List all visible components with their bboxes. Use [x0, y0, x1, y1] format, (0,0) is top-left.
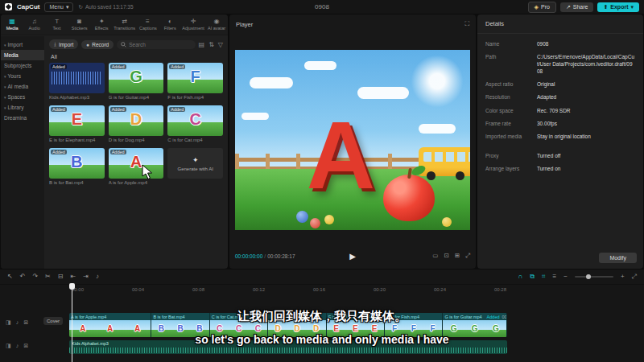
zoom-in-icon[interactable]: + [621, 274, 625, 280]
capcut-logo-icon [5, 3, 12, 10]
added-badge: Added [51, 150, 67, 154]
field-label: Imported media [485, 133, 537, 140]
player-right-icons: ▭⊡⊞⤢ [432, 252, 470, 260]
zoom-slider[interactable] [575, 276, 613, 278]
stickers-icon: ◙ [77, 19, 81, 25]
record-button[interactable]: ●Record [81, 40, 114, 49]
sidebar-item-label: Spaces [8, 94, 26, 100]
media-item[interactable]: AddedKids Alphabet.mp3 [49, 63, 105, 100]
tab-stickers[interactable]: ◙Stickers [68, 14, 91, 35]
tab-text[interactable]: TText [46, 14, 68, 35]
chevron-down-icon: ▾ [630, 4, 634, 10]
media-item-name: F is for Fish.mp4 [167, 95, 223, 100]
timeline-tracks: ◨♪⊠ ◨♪⊠ Cover A is for Apple.mp4AAAB is … [0, 295, 644, 362]
cloud-graphic [242, 113, 269, 120]
record-icon: ● [86, 42, 89, 47]
zoom-out-icon[interactable]: − [564, 274, 568, 280]
ribbon-tabs: ▦Media♫AudioTText◙Stickers✦Effects⇄Trans… [1, 14, 228, 35]
tab-media[interactable]: ▦Media [1, 14, 23, 35]
media-item[interactable]: CAddedC is for Cat.mp4 [167, 105, 223, 142]
clip-letter-glyph: D [313, 324, 319, 333]
tab-ai-avatar[interactable]: ◉AI avatar [205, 14, 228, 35]
sidebar-item-spaces[interactable]: ▾Spaces [1, 92, 44, 102]
media-body: ▾ImportMediaSubprojects▾Yours▾AI media▾S… [1, 36, 228, 269]
tab-captions[interactable]: ≡Captions [136, 14, 159, 35]
clip-letter-glyph: B [177, 324, 183, 333]
snap-icon[interactable]: ⌗ [542, 274, 546, 280]
trim-right-icon[interactable]: ⇥ [83, 274, 89, 280]
sidebar-item-subprojects[interactable]: Subprojects [1, 60, 44, 71]
sort-icon[interactable]: ⇅ [208, 41, 214, 48]
zoom-slider-knob[interactable] [586, 274, 591, 279]
import-button[interactable]: ⤓Import [49, 39, 78, 49]
redo-icon[interactable]: ↷ [32, 274, 38, 280]
clip-letter-glyph: G [493, 324, 499, 333]
ruler-mark: 00:24 [434, 287, 446, 292]
apple-graphic [383, 175, 435, 221]
pro-button[interactable]: ◈Pro [528, 2, 556, 13]
media-view-icons: ▤⇅▽ [199, 41, 223, 48]
media-item[interactable]: ✦Generate with AI [167, 148, 223, 185]
mute-clip-icon[interactable]: ♪ [96, 274, 99, 280]
tab-adjustment[interactable]: ✛Adjustment [181, 14, 205, 35]
filter-icon[interactable]: ▽ [218, 41, 223, 48]
video-preview[interactable]: A [235, 50, 470, 230]
view-mode-icon[interactable]: ▤ [199, 41, 205, 48]
share-button[interactable]: ↗Share [560, 2, 594, 12]
media-item[interactable]: GAddedG is for Guitar.mp4 [109, 63, 164, 100]
app-name: CapCut [17, 3, 39, 10]
undo-icon[interactable]: ↶ [20, 274, 26, 280]
ratio-icon[interactable]: ▭ [432, 252, 438, 260]
sidebar-item-ai-media[interactable]: ▾AI media [1, 81, 44, 92]
sidebar-item-import[interactable]: ▾Import [1, 39, 44, 50]
clip-letter-glyph: C [217, 324, 222, 333]
modify-button[interactable]: Modify [599, 253, 637, 263]
media-content: ⤓Import ●Record ▤⇅▽ All AddedKids Alphab… [44, 36, 228, 269]
generate-ai-tile: ✦Generate with AI [167, 148, 223, 179]
snapshot-icon[interactable]: ⊡ [444, 252, 448, 260]
track-height-icon[interactable]: ≡ [553, 274, 557, 280]
media-item-name: Kids Alphabet.mp3 [49, 95, 105, 100]
grid-icon[interactable]: ⊞ [455, 252, 460, 260]
magnet-icon[interactable]: ∩ [518, 274, 523, 280]
fit-timeline-icon[interactable]: ⤢ [632, 274, 637, 280]
details-panel: Details Name0908PathC:/Users/Emenove/App… [477, 14, 643, 269]
topbar-actions: ◈Pro ↗Share ⬆Export▾ [528, 2, 639, 13]
delete-icon[interactable]: ⊟ [58, 274, 64, 280]
timeline-tools-right: ∩⧉⌗≡−+⤢ [518, 274, 637, 280]
menu-button[interactable]: Menu▾ [44, 2, 73, 12]
sidebar-item-yours[interactable]: ▾Yours [1, 71, 44, 81]
tab-label: Audio [29, 26, 40, 31]
autosave-status: ↻Auto saved 13:17:35 [78, 4, 133, 10]
tab-transitions[interactable]: ⇄Transitions [113, 14, 136, 35]
clip-letter-glyph: A [107, 324, 113, 333]
export-button[interactable]: ⬆Export▾ [597, 2, 639, 12]
tab-filters[interactable]: ◐Filters [159, 14, 181, 35]
tab-effects[interactable]: ✦Effects [90, 14, 113, 35]
tab-label: Transitions [114, 26, 135, 31]
media-item[interactable]: AAddedA is for Apple.mp4 [109, 148, 164, 185]
media-thumb: GAdded [109, 63, 164, 93]
play-button[interactable]: ▶ [349, 252, 356, 261]
ruler-mark: 00:08 [192, 287, 204, 292]
tab-audio[interactable]: ♫Audio [23, 14, 46, 35]
sidebar-item-label: Media [4, 52, 19, 58]
sidebar-item-media[interactable]: Media [1, 50, 44, 60]
split-icon[interactable]: ✂ [45, 274, 51, 280]
media-sidebar: ▾ImportMediaSubprojects▾Yours▾AI media▾S… [1, 36, 44, 269]
select-tool-icon[interactable]: ↖ [7, 274, 13, 280]
media-thumb: BAdded [49, 148, 105, 179]
media-item[interactable]: FAddedF is for Fish.mp4 [167, 63, 223, 100]
media-item[interactable]: EAddedE is for Elephant.mp4 [49, 105, 105, 142]
sidebar-item-library[interactable]: ▾Library [1, 102, 44, 113]
media-grid: AddedKids Alphabet.mp3GAddedG is for Gui… [49, 63, 223, 185]
fullscreen-icon[interactable]: ⤢ [465, 252, 470, 260]
trim-left-icon[interactable]: ⇤ [71, 274, 76, 280]
media-item[interactable]: DAddedD is for Dog.mp4 [109, 105, 164, 142]
link-icon[interactable]: ⧉ [530, 274, 535, 280]
sidebar-item-dreamina[interactable]: Dreamina [1, 113, 44, 123]
expand-player-icon[interactable]: ⛶ [464, 20, 469, 28]
timeline-ruler[interactable]: 00:0000:0400:0800:1200:1600:2000:2400:28 [69, 285, 644, 295]
search-input[interactable] [129, 42, 191, 47]
media-item[interactable]: BAddedB is for Bat.mp4 [49, 148, 105, 185]
